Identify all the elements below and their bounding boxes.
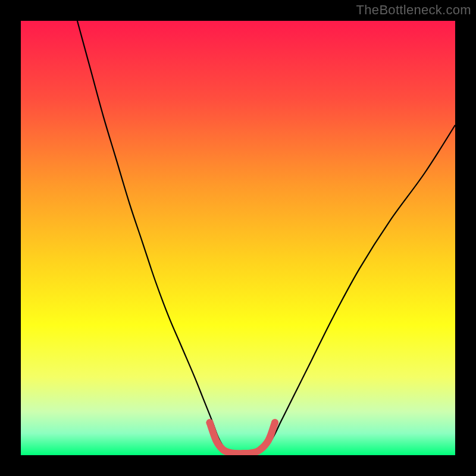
highlight-end-marker	[206, 419, 214, 426]
chart-svg	[21, 21, 455, 455]
highlight-end-marker	[271, 419, 278, 426]
chart-background-gradient	[21, 21, 455, 455]
watermark-text: TheBottleneck.com	[356, 2, 471, 18]
chart-plot-area	[21, 21, 455, 455]
